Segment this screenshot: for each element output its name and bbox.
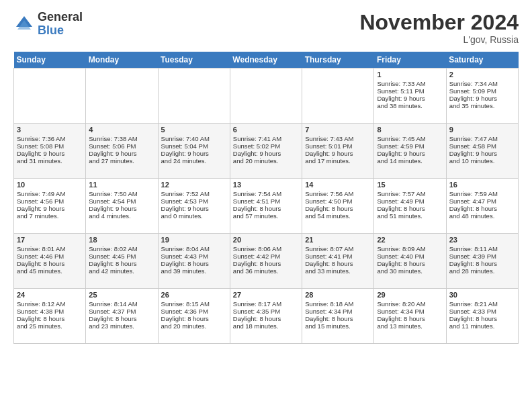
logo-blue: Blue xyxy=(38,24,83,38)
day-number: 1 xyxy=(377,71,443,79)
title-block: November 2024 L'gov, Russia xyxy=(359,11,519,45)
day-info-line: Sunset: 4:42 PM xyxy=(233,253,299,260)
day-number: 28 xyxy=(305,291,371,299)
table-row: 8Sunrise: 7:45 AMSunset: 4:59 PMDaylight… xyxy=(374,124,446,179)
day-info-line: Sunrise: 7:47 AM xyxy=(449,135,515,142)
calendar-week-row: 24Sunrise: 8:12 AMSunset: 4:38 PMDayligh… xyxy=(14,289,519,344)
day-info-line: Sunset: 4:35 PM xyxy=(233,308,299,315)
day-info-line: Daylight: 8 hours xyxy=(161,260,227,267)
calendar-table: Sunday Monday Tuesday Wednesday Thursday… xyxy=(13,52,519,344)
day-info-line: and 15 minutes. xyxy=(305,322,371,330)
day-info-line: and 0 minutes. xyxy=(161,212,227,220)
day-info-line: Sunrise: 7:41 AM xyxy=(233,135,299,142)
day-info-line: Daylight: 9 hours xyxy=(377,95,443,102)
day-info-line: and 17 minutes. xyxy=(305,157,371,165)
logo-text: General Blue xyxy=(38,11,83,38)
day-number: 30 xyxy=(449,291,515,299)
day-info-line: Sunrise: 8:07 AM xyxy=(305,245,371,253)
table-row: 2Sunrise: 7:34 AMSunset: 5:09 PMDaylight… xyxy=(446,68,518,124)
day-info-line: Sunrise: 7:43 AM xyxy=(305,135,371,142)
table-row: 29Sunrise: 8:20 AMSunset: 4:34 PMDayligh… xyxy=(374,289,446,344)
day-number: 4 xyxy=(89,126,154,134)
table-row xyxy=(86,68,158,124)
day-info-line: Daylight: 8 hours xyxy=(89,315,154,322)
day-info-line: Sunrise: 8:11 AM xyxy=(449,245,515,253)
calendar-week-row: 3Sunrise: 7:36 AMSunset: 5:08 PMDaylight… xyxy=(14,124,519,179)
day-number: 3 xyxy=(17,126,83,134)
day-info-line: Daylight: 9 hours xyxy=(89,150,154,157)
day-info-line: Daylight: 8 hours xyxy=(377,315,443,322)
day-info-line: and 10 minutes. xyxy=(449,157,515,165)
day-number: 8 xyxy=(377,126,443,134)
table-row: 30Sunrise: 8:21 AMSunset: 4:33 PMDayligh… xyxy=(446,289,518,344)
day-number: 5 xyxy=(161,126,227,134)
day-number: 26 xyxy=(161,291,227,299)
day-info-line: and 23 minutes. xyxy=(89,322,154,330)
day-number: 27 xyxy=(233,291,299,299)
calendar-week-row: 1Sunrise: 7:33 AMSunset: 5:11 PMDaylight… xyxy=(14,68,519,124)
header-saturday: Saturday xyxy=(446,52,518,68)
day-info-line: Daylight: 8 hours xyxy=(17,315,83,322)
table-row: 21Sunrise: 8:07 AMSunset: 4:41 PMDayligh… xyxy=(302,234,374,289)
day-info-line: Sunrise: 8:18 AM xyxy=(305,300,371,308)
day-info-line: Sunrise: 7:36 AM xyxy=(17,135,83,142)
day-number: 21 xyxy=(305,236,371,244)
day-info-line: and 35 minutes. xyxy=(449,102,515,109)
day-info-line: Sunrise: 8:21 AM xyxy=(449,300,515,308)
day-info-line: Daylight: 9 hours xyxy=(233,150,299,157)
day-info-line: Sunrise: 7:50 AM xyxy=(89,190,154,197)
day-info-line: and 54 minutes. xyxy=(305,212,371,220)
day-number: 13 xyxy=(233,181,299,189)
location: L'gov, Russia xyxy=(359,34,519,45)
day-number: 7 xyxy=(305,126,371,134)
day-info-line: Sunset: 5:01 PM xyxy=(305,142,371,150)
day-info-line: Sunset: 4:47 PM xyxy=(449,197,515,205)
table-row xyxy=(158,68,230,124)
logo-general: General xyxy=(38,11,83,24)
day-info-line: Daylight: 8 hours xyxy=(305,260,371,267)
day-number: 18 xyxy=(89,236,154,244)
day-info-line: Daylight: 9 hours xyxy=(161,150,227,157)
day-info-line: Sunrise: 8:06 AM xyxy=(233,245,299,253)
table-row: 17Sunrise: 8:01 AMSunset: 4:46 PMDayligh… xyxy=(14,234,86,289)
table-row: 20Sunrise: 8:06 AMSunset: 4:42 PMDayligh… xyxy=(230,234,302,289)
day-number: 23 xyxy=(449,236,515,244)
day-info-line: Sunset: 4:34 PM xyxy=(305,308,371,315)
day-info-line: Sunset: 5:02 PM xyxy=(233,142,299,150)
day-info-line: and 4 minutes. xyxy=(89,212,154,220)
day-info-line: Daylight: 8 hours xyxy=(305,315,371,322)
day-number: 9 xyxy=(449,126,515,134)
day-info-line: and 39 minutes. xyxy=(161,267,227,275)
table-row: 7Sunrise: 7:43 AMSunset: 5:01 PMDaylight… xyxy=(302,124,374,179)
day-info-line: and 42 minutes. xyxy=(89,267,154,275)
day-info-line: Sunset: 4:36 PM xyxy=(161,308,227,315)
day-number: 15 xyxy=(377,181,443,189)
day-info-line: Sunset: 4:58 PM xyxy=(449,142,515,150)
day-info-line: Daylight: 8 hours xyxy=(449,205,515,212)
calendar-header-row: Sunday Monday Tuesday Wednesday Thursday… xyxy=(14,52,519,68)
day-info-line: Sunrise: 7:52 AM xyxy=(161,190,227,197)
day-info-line: and 33 minutes. xyxy=(305,267,371,275)
table-row: 9Sunrise: 7:47 AMSunset: 4:58 PMDaylight… xyxy=(446,124,518,179)
day-info-line: Sunrise: 8:12 AM xyxy=(17,300,83,308)
day-info-line: Daylight: 9 hours xyxy=(305,150,371,157)
day-info-line: and 14 minutes. xyxy=(377,157,443,165)
day-info-line: Daylight: 9 hours xyxy=(89,205,154,212)
day-info-line: and 20 minutes. xyxy=(161,322,227,330)
day-info-line: and 31 minutes. xyxy=(17,157,83,165)
day-info-line: Sunrise: 8:14 AM xyxy=(89,300,154,308)
table-row: 27Sunrise: 8:17 AMSunset: 4:35 PMDayligh… xyxy=(230,289,302,344)
day-info-line: and 45 minutes. xyxy=(17,267,83,275)
table-row: 23Sunrise: 8:11 AMSunset: 4:39 PMDayligh… xyxy=(446,234,518,289)
table-row: 24Sunrise: 8:12 AMSunset: 4:38 PMDayligh… xyxy=(14,289,86,344)
day-info-line: Daylight: 8 hours xyxy=(161,315,227,322)
day-number: 19 xyxy=(161,236,227,244)
day-info-line: and 38 minutes. xyxy=(377,102,443,109)
calendar-week-row: 17Sunrise: 8:01 AMSunset: 4:46 PMDayligh… xyxy=(14,234,519,289)
day-info-line: Daylight: 9 hours xyxy=(449,95,515,102)
table-row: 11Sunrise: 7:50 AMSunset: 4:54 PMDayligh… xyxy=(86,179,158,234)
header-wednesday: Wednesday xyxy=(230,52,302,68)
day-info-line: Sunrise: 8:20 AM xyxy=(377,300,443,308)
table-row: 1Sunrise: 7:33 AMSunset: 5:11 PMDaylight… xyxy=(374,68,446,124)
day-info-line: Sunrise: 7:56 AM xyxy=(305,190,371,197)
